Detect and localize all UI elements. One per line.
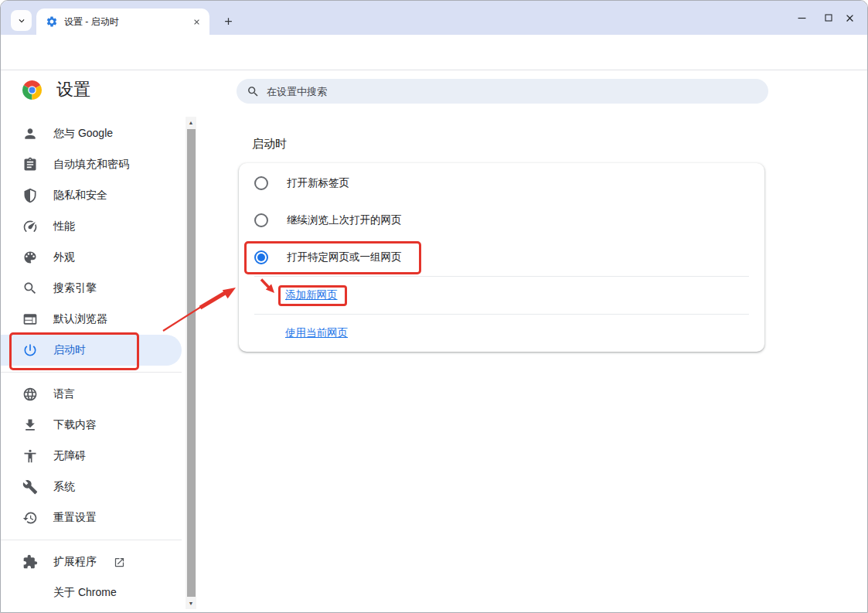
scroll-down-icon[interactable]: ▼ <box>186 598 196 609</box>
startup-links: 添加新网页 使用当前网页 <box>239 276 764 352</box>
sidebar-item-label: 外观 <box>53 250 75 264</box>
window-maximize-button[interactable] <box>817 7 840 29</box>
sidebar-scrollbar[interactable]: ▲ ▼ <box>186 117 196 609</box>
window-close-button[interactable] <box>838 7 861 29</box>
sidebar-item-appearance[interactable]: 外观 <box>1 242 182 273</box>
use-current-pages-link[interactable]: 使用当前网页 <box>285 326 348 340</box>
minimize-icon <box>795 12 808 25</box>
accessibility-icon <box>22 448 38 464</box>
sidebar-item-label: 性能 <box>53 220 75 233</box>
maximize-icon <box>822 12 835 24</box>
sidebar-item-performance[interactable]: 性能 <box>1 211 182 242</box>
new-tab-button[interactable] <box>218 11 239 32</box>
startup-option-label: 打开新标签页 <box>287 176 349 190</box>
sidebar-item-system[interactable]: 系统 <box>1 472 182 502</box>
section-heading: 启动时 <box>252 137 287 152</box>
search-icon <box>247 85 260 98</box>
sidebar-item-you-and-google[interactable]: 您与 Google <box>1 118 182 149</box>
scrollbar-thumb[interactable] <box>187 129 196 597</box>
startup-card: 打开新标签页 继续浏览上次打开的网页 打开特定网页或一组网页 添加新网页 使用当… <box>239 163 764 352</box>
external-link-icon <box>114 557 125 568</box>
startup-option-label: 继续浏览上次打开的网页 <box>287 213 402 227</box>
use-current-pages-row: 使用当前网页 <box>239 315 764 352</box>
sidebar-item-autofill-and-passwords[interactable]: 自动填充和密码 <box>1 149 182 180</box>
sidebar-item-reset-settings[interactable]: 重置设置 <box>1 502 182 533</box>
sidebar-item-accessibility[interactable]: 无障碍 <box>1 441 182 472</box>
active-tab[interactable]: 设置 - 启动时 <box>36 9 209 35</box>
globe-icon <box>22 387 38 402</box>
sidebar-item-label: 关于 Chrome <box>53 586 117 600</box>
settings-gear-favicon-icon <box>46 15 58 28</box>
plus-icon <box>223 15 234 27</box>
page-title: 设置 <box>56 78 90 101</box>
startup-option-label: 打开特定网页或一组网页 <box>287 250 402 264</box>
sidebar-item-privacy-and-security[interactable]: 隐私和安全 <box>1 180 182 211</box>
menu-divider <box>1 372 182 373</box>
window-minimize-button[interactable] <box>790 7 813 29</box>
add-new-page-link[interactable]: 添加新网页 <box>285 288 338 302</box>
sidebar-item-label: 搜索引擎 <box>53 281 97 295</box>
speedometer-icon <box>22 219 38 234</box>
sidebar-item-label: 下载内容 <box>53 418 97 432</box>
search-icon <box>22 281 38 296</box>
chrome-logo-icon <box>22 80 42 100</box>
sidebar-item-label: 无障碍 <box>53 449 86 463</box>
scroll-up-icon[interactable]: ▲ <box>186 117 196 128</box>
close-icon <box>192 18 201 26</box>
sidebar-item-downloads[interactable]: 下载内容 <box>1 410 182 441</box>
sidebar-item-label: 启动时 <box>53 343 86 357</box>
reset-icon <box>22 510 38 526</box>
tab-search-button[interactable] <box>11 10 32 31</box>
sidebar-item-label: 系统 <box>53 480 75 494</box>
settings-menu: 您与 Google 自动填充和密码 隐私和安全 性能 外观 搜索引擎 默认浏览器… <box>1 118 182 608</box>
startup-option-open-specific-pages[interactable]: 打开特定网页或一组网页 <box>239 239 764 276</box>
sidebar-item-on-startup[interactable]: 启动时 <box>1 335 182 366</box>
browser-toolbar: Chrome chrome://settings/onStartup <box>1 35 867 70</box>
settings-page: 设置 您与 Google 自动填充和密码 隐私和安全 性能 外观 搜索引擎 默认… <box>1 70 867 613</box>
add-new-page-row: 添加新网页 <box>239 277 764 314</box>
sidebar-item-about-chrome[interactable]: 关于 Chrome <box>1 577 182 608</box>
sidebar-item-label: 自动填充和密码 <box>53 158 129 172</box>
sidebar-item-languages[interactable]: 语言 <box>1 379 182 410</box>
browser-window: 设置 - 启动时 Chrom <box>0 0 868 613</box>
sidebar-item-label: 重置设置 <box>53 511 97 525</box>
browser-icon <box>22 312 38 327</box>
sidebar-item-search-engine[interactable]: 搜索引擎 <box>1 273 182 304</box>
settings-search-input[interactable] <box>267 86 761 97</box>
startup-options: 打开新标签页 继续浏览上次打开的网页 打开特定网页或一组网页 <box>239 165 764 276</box>
sidebar-item-label: 语言 <box>53 387 75 401</box>
chevron-down-icon <box>16 15 27 26</box>
sidebar-item-label: 隐私和安全 <box>53 189 107 203</box>
shield-icon <box>22 188 38 203</box>
sidebar-item-extensions[interactable]: 扩展程序 <box>1 547 182 577</box>
sidebar-item-default-browser[interactable]: 默认浏览器 <box>1 304 182 335</box>
download-icon <box>22 417 38 433</box>
radio-button[interactable] <box>254 250 268 264</box>
chrome-icon <box>22 585 38 601</box>
radio-button[interactable] <box>254 213 268 227</box>
startup-option-continue-previous[interactable]: 继续浏览上次打开的网页 <box>239 202 764 239</box>
startup-option-open-new-tab[interactable]: 打开新标签页 <box>239 165 764 202</box>
tab-close-button[interactable] <box>189 15 203 29</box>
radio-button[interactable] <box>254 176 268 190</box>
person-icon <box>22 126 38 141</box>
wrench-icon <box>22 479 38 495</box>
sidebar-item-label: 默认浏览器 <box>53 312 107 326</box>
puzzle-icon <box>22 554 38 570</box>
menu-divider <box>1 540 182 540</box>
palette-icon <box>22 250 38 265</box>
settings-search[interactable] <box>237 79 768 104</box>
tab-strip: 设置 - 启动时 <box>1 1 867 35</box>
close-icon <box>844 12 856 24</box>
tab-title: 设置 - 启动时 <box>64 15 189 29</box>
sidebar-item-label: 您与 Google <box>53 127 113 141</box>
autofill-icon <box>22 157 38 172</box>
sidebar-item-label: 扩展程序 <box>53 555 97 569</box>
power-icon <box>22 342 38 358</box>
